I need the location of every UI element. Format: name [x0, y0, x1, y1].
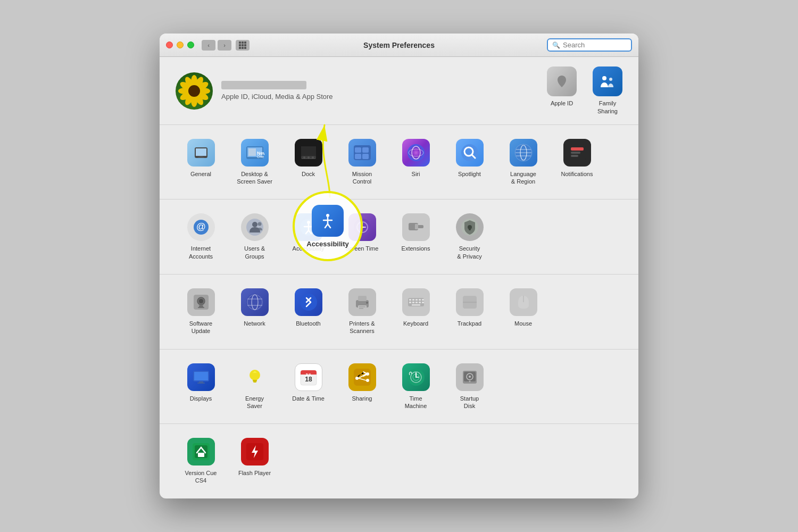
svg-point-0	[560, 77, 563, 80]
sharing-item[interactable]: Sharing	[337, 360, 387, 413]
trackpad-item[interactable]: Trackpad	[444, 285, 495, 338]
search-input[interactable]	[563, 41, 627, 49]
svg-point-43	[252, 222, 257, 227]
security-item[interactable]: Security& Privacy	[444, 210, 495, 263]
grid-view-button[interactable]	[236, 40, 250, 51]
svg-rect-22	[355, 154, 361, 159]
main-window: ‹ › System Preferences 🔍	[160, 34, 638, 498]
minimize-button[interactable]	[177, 41, 184, 48]
maximize-button[interactable]	[187, 41, 194, 48]
language-icon	[510, 139, 537, 167]
software-item[interactable]: SoftwareUpdate	[176, 285, 226, 338]
profile-section: Apple ID, iCloud, Media & App Store Appl…	[160, 57, 638, 125]
internet-label: InternetAccounts	[189, 245, 213, 260]
content-area: Apple ID, iCloud, Media & App Store Appl…	[160, 57, 638, 498]
screentime-icon	[348, 213, 376, 241]
timemachine-icon	[402, 363, 430, 391]
svg-rect-97	[412, 304, 420, 306]
svg-point-126	[469, 380, 470, 382]
svg-rect-92	[409, 302, 411, 303]
svg-point-44	[257, 222, 261, 226]
notifications-item[interactable]: Notifications	[552, 136, 602, 189]
row2-grid: @ InternetAccounts	[176, 210, 622, 263]
energy-icon	[241, 363, 269, 391]
mission-item[interactable]: MissionControl	[337, 136, 387, 189]
displays-item[interactable]: Displays	[176, 360, 226, 413]
keyboard-item[interactable]: Keyboard	[390, 285, 441, 338]
keyboard-label: Keyboard	[403, 320, 428, 327]
versioncue-icon	[187, 438, 215, 466]
svg-rect-106	[253, 380, 257, 381]
svg-point-71	[199, 299, 203, 303]
avatar	[176, 72, 213, 110]
sharing-icon	[348, 363, 376, 391]
nav-buttons: ‹ ›	[202, 40, 231, 51]
search-box[interactable]: 🔍	[547, 38, 632, 52]
svg-rect-88	[412, 299, 414, 301]
back-button[interactable]: ‹	[202, 40, 215, 51]
language-item[interactable]: Language& Region	[498, 136, 548, 189]
timemachine-item[interactable]: TimeMachine	[390, 360, 441, 413]
versioncue-label: Version CueCS4	[185, 469, 217, 485]
family-sharing-item[interactable]: FamilySharing	[593, 66, 622, 115]
siri-item[interactable]: Siri	[390, 136, 441, 189]
svg-text:One: One	[257, 155, 264, 159]
trackpad-icon	[456, 288, 484, 316]
users-icon	[241, 213, 269, 241]
internet-icon: @	[187, 213, 215, 241]
svg-rect-103	[199, 381, 203, 383]
row3-grid: SoftwareUpdate Network	[176, 285, 622, 338]
svg-rect-23	[362, 154, 369, 159]
displays-label: Displays	[190, 395, 212, 402]
internet-item[interactable]: @ InternetAccounts	[176, 210, 226, 263]
svg-point-85	[366, 302, 368, 304]
mission-label: MissionControl	[352, 170, 372, 186]
software-label: SoftwareUpdate	[189, 320, 212, 335]
spotlight-item[interactable]: Spotlight	[444, 136, 495, 189]
datetime-item[interactable]: JUL 18 Date & Time	[283, 360, 334, 413]
apple-id-item[interactable]: Apple ID	[547, 66, 577, 115]
security-icon	[456, 213, 484, 241]
svg-rect-13	[301, 146, 316, 157]
svg-rect-37	[571, 147, 584, 151]
profile-top-icons: Apple ID FamilySharing	[547, 66, 622, 115]
search-icon: 🔍	[552, 41, 560, 49]
row2-section: @ InternetAccounts	[160, 200, 638, 275]
forward-button[interactable]: ›	[218, 40, 231, 51]
spotlight-label: Spotlight	[458, 170, 481, 178]
profile-subtitle: Apple ID, iCloud, Media & App Store	[221, 93, 333, 101]
mouse-item[interactable]: Mouse	[498, 285, 548, 338]
startup-item[interactable]: StartupDisk	[444, 360, 495, 413]
accessibility-item[interactable]: Accessibility	[283, 210, 334, 263]
svg-rect-95	[419, 302, 421, 303]
users-item[interactable]: Users &Groups	[229, 210, 280, 263]
datetime-label: Date & Time	[292, 395, 325, 402]
security-label: Security& Privacy	[457, 245, 481, 260]
svg-rect-93	[412, 302, 414, 303]
svg-rect-107	[253, 381, 256, 383]
svg-rect-38	[571, 152, 580, 154]
printers-item[interactable]: Printers &Scanners	[337, 285, 387, 338]
general-item[interactable]: General	[176, 136, 226, 189]
svg-rect-61	[469, 227, 471, 230]
energy-item[interactable]: EnergySaver	[229, 360, 280, 413]
flash-item[interactable]: Flash Player	[229, 435, 280, 488]
row4-grid: Displays EnergySaver	[176, 360, 622, 413]
family-sharing-icon	[593, 66, 622, 96]
keyboard-icon	[402, 288, 430, 316]
mouse-icon	[510, 288, 537, 316]
dock-item[interactable]: Dock	[283, 136, 334, 189]
extensions-item[interactable]: Extensions	[390, 210, 441, 263]
desktop-label: Desktop &Screen Saver	[237, 170, 272, 186]
screentime-item[interactable]: Screen Time	[337, 210, 387, 263]
desktop-item[interactable]: New One Desktop &Screen Saver	[229, 136, 280, 189]
close-button[interactable]	[166, 41, 173, 48]
apple-id-label: Apple ID	[551, 99, 573, 107]
dock-label: Dock	[302, 170, 315, 178]
svg-point-74	[246, 294, 263, 311]
network-item[interactable]: Network	[229, 285, 280, 338]
bluetooth-item[interactable]: Bluetooth	[283, 285, 334, 338]
timemachine-label: TimeMachine	[405, 395, 427, 410]
row5-grid: Version CueCS4 Flash Player	[176, 435, 622, 488]
versioncue-item[interactable]: Version CueCS4	[176, 435, 226, 488]
